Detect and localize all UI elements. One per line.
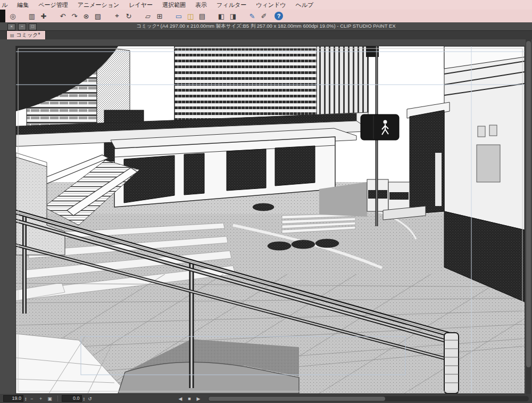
statusbar-separator xyxy=(57,396,58,401)
horizontal-scrollbar xyxy=(208,396,529,401)
zoom-spinner[interactable]: ▴ ▾ xyxy=(25,397,27,401)
snap-grid-icon[interactable]: ▤ xyxy=(197,11,207,21)
tab-label: コミック* xyxy=(16,31,40,39)
zoom-in-icon[interactable]: + xyxy=(37,396,45,401)
clip-studio-paint-window: ル 編集 ページ管理 アニメーション レイヤー 選択範囲 表示 フィルター ウィ… xyxy=(0,0,532,403)
next-page-icon[interactable]: ▶ xyxy=(195,396,202,401)
canvas-artwork[interactable] xyxy=(16,46,525,393)
maximize-icon[interactable]: □ xyxy=(29,23,37,30)
menu-help[interactable]: ヘルプ xyxy=(290,1,318,9)
rotation-spinner[interactable]: ▴ ▾ xyxy=(84,397,85,401)
zoom-value-field[interactable]: 19.0 xyxy=(3,395,23,402)
flip-vertical-icon[interactable]: ◨ xyxy=(228,11,238,21)
snap-special-ruler-icon[interactable]: ◫ xyxy=(185,11,196,21)
page-indicator-icon[interactable]: ■ xyxy=(186,396,193,401)
window-edge xyxy=(0,10,5,22)
menu-selection[interactable]: 選択範囲 xyxy=(157,1,190,9)
spinner-down-icon[interactable]: ▾ xyxy=(84,399,85,401)
menu-bar: ル 編集 ページ管理 アニメーション レイヤー 選択範囲 表示 フィルター ウィ… xyxy=(0,0,532,10)
vertical-scrollbar xyxy=(526,39,531,394)
canvas[interactable] xyxy=(16,46,525,393)
help-icon[interactable]: ? xyxy=(275,12,283,20)
clear-icon[interactable]: ⊗ xyxy=(81,11,92,21)
tab-page-icon: ▤ xyxy=(10,33,14,38)
transform-icon[interactable]: ▱ xyxy=(143,11,153,21)
tab-strip: ▤ コミック* xyxy=(0,30,532,39)
tool-bar: ◎ ▥ ✚ ↶ ↷ ⊗ ▨ ⌖ ↻ ▱ ⊞ ▭ ◫ ▤ ◧ ◨ ✎ ✐ ? xyxy=(0,10,532,22)
document-title-bar: × − □ コミック* (A4 297.00 x 210.00mm 製本サイズ:… xyxy=(0,22,532,30)
canvas-area xyxy=(0,39,532,394)
menu-file[interactable]: ル xyxy=(0,1,12,9)
close-icon[interactable]: × xyxy=(7,23,15,30)
window-controls: × − □ xyxy=(7,23,37,30)
redo-icon[interactable]: ↷ xyxy=(69,11,80,21)
zoom-out-icon[interactable]: − xyxy=(28,396,36,401)
reset-rotation-icon[interactable]: ↺ xyxy=(86,396,94,401)
minimize-icon[interactable]: − xyxy=(18,23,26,30)
menu-edit[interactable]: 編集 xyxy=(12,1,34,9)
spinner-down-icon[interactable]: ▾ xyxy=(25,399,27,401)
menu-view[interactable]: 表示 xyxy=(190,1,212,9)
undo-icon[interactable]: ↶ xyxy=(57,11,68,21)
menu-filter[interactable]: フィルター xyxy=(212,1,251,9)
vertical-scrollbar-thumb[interactable] xyxy=(526,41,531,367)
tab-comic[interactable]: ▤ コミック* xyxy=(6,30,46,39)
grid-icon[interactable]: ⊞ xyxy=(154,11,165,21)
rotate-icon[interactable]: ↻ xyxy=(123,11,134,21)
status-bar: 19.0 ▴ ▾ − + ▣ 0.0 ▴ ▾ ↺ ◀ ■ ▶ xyxy=(0,394,532,403)
menu-page-management[interactable]: ページ管理 xyxy=(34,1,73,9)
fill-icon[interactable]: ▨ xyxy=(93,11,103,21)
document-title: コミック* (A4 297.00 x 210.00mm 製本サイズ:B5 判 2… xyxy=(136,23,395,30)
horizontal-scrollbar-thumb[interactable] xyxy=(209,397,385,401)
crosshair-icon[interactable]: ⌖ xyxy=(112,11,122,21)
rotation-value-field[interactable]: 0.0 xyxy=(62,395,82,402)
clip-studio-logo-icon[interactable]: ◎ xyxy=(7,11,18,21)
pan-tool-icon[interactable]: ✚ xyxy=(38,11,49,21)
menu-window[interactable]: ウィンドウ xyxy=(251,1,290,9)
screen-mode-icon[interactable]: ▥ xyxy=(27,11,37,21)
snap-ruler-icon[interactable]: ▭ xyxy=(173,11,184,21)
flip-horizontal-icon[interactable]: ◧ xyxy=(216,11,227,21)
pen-icon[interactable]: ✎ xyxy=(247,11,257,21)
brush-icon[interactable]: ✐ xyxy=(259,11,269,21)
prev-page-icon[interactable]: ◀ xyxy=(177,396,184,401)
menu-layer[interactable]: レイヤー xyxy=(124,1,157,9)
fit-to-screen-icon[interactable]: ▣ xyxy=(46,396,54,401)
menu-animation[interactable]: アニメーション xyxy=(73,1,124,9)
